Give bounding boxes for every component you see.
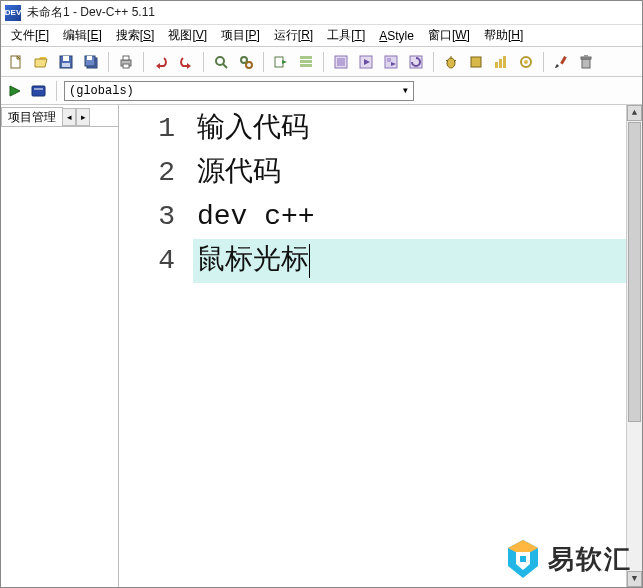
tab-project-manager[interactable]: 项目管理	[1, 107, 63, 126]
brush-icon[interactable]	[550, 51, 572, 73]
svg-rect-45	[32, 86, 45, 96]
svg-rect-46	[34, 88, 43, 90]
svg-rect-41	[582, 59, 590, 68]
separator	[203, 52, 204, 72]
bookmark-icon[interactable]	[295, 51, 317, 73]
trash-icon[interactable]	[575, 51, 597, 73]
save-all-icon[interactable]	[80, 51, 102, 73]
scope-label: (globals)	[69, 84, 134, 98]
svg-rect-19	[300, 56, 312, 59]
text-cursor	[309, 244, 310, 278]
sidebar: 项目管理 ◂ ▸	[1, 105, 119, 587]
menu-file[interactable]: 文件[F]	[5, 25, 55, 46]
svg-rect-36	[499, 59, 502, 68]
menubar: 文件[F] 编辑[E] 搜索[S] 视图[V] 项目[P] 运行[R] 工具[T…	[1, 25, 642, 47]
svg-rect-4	[62, 63, 70, 67]
tab-nav-left[interactable]: ◂	[62, 108, 76, 126]
replace-icon[interactable]	[235, 51, 257, 73]
open-icon[interactable]	[30, 51, 52, 73]
svg-rect-23	[337, 58, 345, 66]
menu-window[interactable]: 窗口[W]	[422, 25, 476, 46]
code-text: 输入代码	[197, 107, 309, 151]
svg-rect-17	[275, 57, 283, 67]
code-area[interactable]: 输入代码源代码dev c++鼠标光标	[193, 105, 642, 283]
svg-rect-7	[87, 56, 92, 60]
menu-edit[interactable]: 编辑[E]	[57, 25, 108, 46]
svg-marker-11	[156, 63, 160, 69]
separator	[543, 52, 544, 72]
go-icon[interactable]	[5, 81, 25, 101]
content-area: 项目管理 ◂ ▸ 1234 输入代码源代码dev c++鼠标光标 ▲ ▼	[1, 105, 642, 587]
svg-marker-44	[10, 86, 20, 96]
menu-search[interactable]: 搜索[S]	[110, 25, 161, 46]
svg-point-39	[524, 60, 528, 64]
redo-icon[interactable]	[175, 51, 197, 73]
line-number: 2	[119, 151, 175, 195]
code-line[interactable]: 鼠标光标	[193, 239, 642, 283]
code-line[interactable]: dev c++	[193, 195, 642, 239]
svg-rect-37	[503, 56, 506, 68]
menu-run[interactable]: 运行[R]	[268, 25, 319, 46]
toolbar	[1, 47, 642, 77]
titlebar: DEV 未命名1 - Dev-C++ 5.11	[1, 1, 642, 25]
secondary-toolbar: (globals) ▾	[1, 77, 642, 105]
code-text: 源代码	[197, 151, 281, 195]
save-icon[interactable]	[55, 51, 77, 73]
code-text: 鼠标光标	[197, 239, 309, 283]
undo-icon[interactable]	[150, 51, 172, 73]
svg-marker-18	[282, 60, 287, 64]
code-line[interactable]: 输入代码	[193, 107, 642, 151]
separator	[56, 81, 57, 101]
line-number: 3	[119, 195, 175, 239]
rebuild-icon[interactable]	[405, 51, 427, 73]
menu-help[interactable]: 帮助[H]	[478, 25, 529, 46]
menu-tools[interactable]: 工具[T]	[321, 25, 371, 46]
svg-point-13	[216, 57, 224, 65]
svg-rect-9	[123, 56, 129, 60]
profile-icon[interactable]	[490, 51, 512, 73]
scroll-up-icon[interactable]: ▲	[627, 105, 642, 121]
menu-view[interactable]: 视图[V]	[162, 25, 213, 46]
line-gutter: 1234	[119, 105, 193, 587]
scroll-thumb[interactable]	[628, 122, 641, 422]
find-icon[interactable]	[210, 51, 232, 73]
vertical-scrollbar[interactable]: ▲ ▼	[626, 105, 642, 587]
line-number: 4	[119, 239, 175, 283]
compile-run-icon[interactable]	[380, 51, 402, 73]
line-number: 1	[119, 107, 175, 151]
book-icon[interactable]	[29, 81, 49, 101]
code-text: dev c++	[197, 195, 315, 239]
svg-rect-20	[300, 60, 312, 63]
svg-point-15	[241, 57, 247, 63]
scope-dropdown[interactable]: (globals) ▾	[64, 81, 414, 101]
tab-nav-right[interactable]: ▸	[76, 108, 90, 126]
code-line[interactable]: 源代码	[193, 151, 642, 195]
goto-icon[interactable]	[270, 51, 292, 73]
menu-astyle[interactable]: AStyle	[373, 27, 420, 45]
svg-rect-34	[471, 57, 481, 67]
menu-project[interactable]: 项目[P]	[215, 25, 266, 46]
svg-rect-21	[300, 64, 312, 67]
svg-point-30	[447, 58, 455, 68]
run-icon[interactable]	[355, 51, 377, 73]
print-icon[interactable]	[115, 51, 137, 73]
stop-debug-icon[interactable]	[465, 51, 487, 73]
separator	[263, 52, 264, 72]
code-editor[interactable]: 1234 输入代码源代码dev c++鼠标光标 ▲ ▼	[119, 105, 642, 587]
window-title: 未命名1 - Dev-C++ 5.11	[27, 4, 155, 21]
new-file-icon[interactable]	[5, 51, 27, 73]
scroll-down-icon[interactable]: ▼	[627, 571, 642, 587]
separator	[143, 52, 144, 72]
svg-rect-43	[584, 55, 588, 57]
svg-rect-3	[63, 56, 69, 61]
separator	[108, 52, 109, 72]
attach-icon[interactable]	[515, 51, 537, 73]
separator	[323, 52, 324, 72]
svg-line-14	[223, 64, 227, 68]
svg-rect-40	[560, 56, 567, 64]
sidebar-tabs: 项目管理 ◂ ▸	[1, 105, 118, 127]
compile-icon[interactable]	[330, 51, 352, 73]
chevron-down-icon: ▾	[402, 83, 409, 98]
svg-rect-10	[123, 64, 129, 68]
debug-icon[interactable]	[440, 51, 462, 73]
